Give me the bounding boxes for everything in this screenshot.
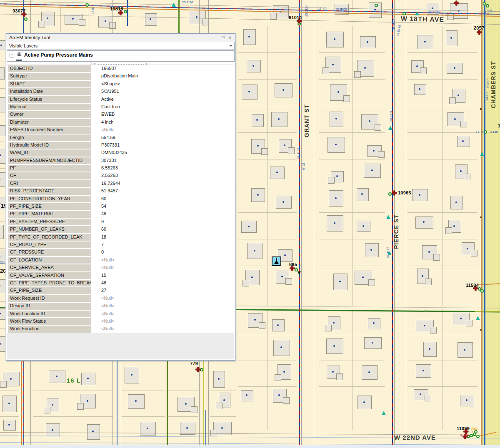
attribute-row[interactable]: Diameter4 inch — [7, 119, 234, 126]
attribute-row[interactable]: CF_PIPE_SIZE27 — [7, 287, 234, 294]
attribute-row[interactable]: Design ID<Null> — [7, 302, 234, 310]
layer-tree-item[interactable]: + Active Pump Pressure Mains — [7, 51, 234, 59]
attribute-row[interactable]: WAM_IDDMN032435 — [7, 149, 234, 157]
valve-marker[interactable] — [470, 434, 473, 437]
attribute-row[interactable]: CF_ROAD_TYPE7 — [7, 241, 234, 249]
attribute-row[interactable]: PF_TYPE_OF_RECORDED_LEAK18 — [7, 234, 234, 241]
attribute-value: 5/3/1951 — [91, 88, 234, 95]
building-dot — [338, 91, 339, 93]
valve-marker[interactable] — [476, 435, 480, 438]
expand-plus-icon[interactable]: + — [10, 53, 14, 57]
hydrant-id-label: 10818 — [110, 6, 123, 11]
attribute-row[interactable]: Work Location ID<Null> — [7, 310, 234, 318]
hydrant-marker[interactable]: ✚ — [195, 367, 201, 372]
valve-marker[interactable] — [486, 4, 489, 7]
valve-marker[interactable] — [375, 4, 378, 7]
attribute-row[interactable]: PF6.55263 — [7, 164, 234, 172]
valve-marker[interactable] — [24, 17, 28, 21]
attribute-value: 60 — [91, 195, 234, 203]
valve-marker[interactable] — [482, 2, 486, 5]
attribute-label: Hydraulic Model ID — [8, 142, 91, 149]
attribute-value: 51.3457 — [91, 187, 234, 195]
attribute-row[interactable]: PF_PIPE_SIZE54 — [7, 203, 234, 210]
attribute-row[interactable]: RISK_PERCENTAGE51.3457 — [7, 187, 234, 195]
attribute-row[interactable]: Work Request ID<Null> — [7, 295, 234, 302]
hydrant-marker[interactable]: ✚ — [392, 190, 397, 196]
fitting-triangle-marker[interactable] — [172, 2, 176, 7]
attribute-row[interactable]: PF_NUMBER_OF_LEAKS60 — [7, 226, 234, 233]
attribute-row[interactable]: Work Function<Null> — [7, 325, 234, 333]
hydrant-id-label: 81014 — [289, 15, 302, 20]
attribute-value: <Null> — [91, 295, 234, 302]
attribute-label: PF_PIPE_MATERIAL — [8, 211, 91, 217]
fitting-triangle-marker[interactable] — [476, 316, 480, 320]
valve-marker[interactable] — [85, 3, 89, 7]
attribute-row[interactable]: Hydraulic Model IDP307331 — [7, 142, 234, 149]
parcel-line — [319, 159, 385, 159]
attribute-value: 16.72644 — [91, 180, 234, 187]
building-dot — [362, 276, 364, 278]
attribute-row[interactable]: Work Flow Status<Null> — [7, 318, 234, 325]
building-dot — [251, 276, 253, 278]
attribute-value: 54 — [91, 203, 234, 210]
building-dot — [185, 403, 187, 405]
attribute-row[interactable]: PF_SYSTEM_PRESSURE9 — [7, 218, 234, 226]
valve-marker[interactable] — [124, 10, 127, 13]
attribute-row[interactable]: SHAPE<Shape> — [7, 80, 234, 88]
hydrant-id-label: 10965 — [398, 190, 411, 195]
attribute-row[interactable]: OwnerEWEB — [7, 111, 234, 118]
attribute-row[interactable]: Lifecycle StatusActive — [7, 96, 234, 103]
building — [0, 125, 5, 137]
attribute-label: SHAPE — [8, 81, 91, 87]
attribute-row[interactable]: PF_PIPE_MATERIAL48 — [7, 210, 234, 218]
fitting-triangle-marker[interactable] — [480, 152, 484, 156]
dialog-title-bar[interactable]: ArcFM Identify Tool □ × — [6, 34, 235, 41]
attribute-row[interactable]: Length554.59 — [7, 134, 234, 142]
parcel-line — [319, 335, 385, 335]
attribute-value: 9 — [91, 218, 234, 226]
fitting-triangle-marker[interactable] — [382, 411, 386, 415]
fitting-triangle-marker[interactable] — [386, 215, 390, 219]
attribute-row[interactable]: PF_CONSTRUCTION_YEAR60 — [7, 195, 234, 203]
building-dot — [105, 20, 106, 22]
pipe-line — [21, 360, 22, 448]
chevron-down-icon[interactable] — [228, 45, 234, 47]
attribute-value: 7 — [91, 241, 234, 249]
attribute-row[interactable]: CRI16.72644 — [7, 180, 234, 187]
close-icon[interactable]: × — [227, 35, 233, 40]
attribute-value: <Null> — [91, 126, 234, 134]
attribute-value: <Null> — [91, 325, 234, 333]
building-dot — [10, 378, 12, 380]
attribute-row[interactable]: EWEB Document Number<Null> — [7, 126, 234, 134]
fitting-triangle-marker[interactable] — [388, 126, 392, 130]
attribute-row[interactable]: MaterialCast Iron — [7, 103, 234, 111]
attribute-row[interactable]: CF_VALVE_SEPARATION15 — [7, 272, 234, 279]
parcel-line — [319, 212, 385, 213]
valve-marker[interactable] — [480, 289, 484, 293]
identify-flag-marker[interactable] — [272, 256, 281, 266]
attribute-row[interactable]: CF_PRESSURE0 — [7, 249, 234, 256]
visible-layers-dropdown[interactable]: Visible Layers — [7, 42, 235, 50]
building-dot — [248, 36, 250, 37]
attribute-row[interactable]: OBJECTID166507 — [7, 65, 234, 72]
fitting-triangle-marker[interactable] — [415, 11, 419, 15]
restore-icon[interactable]: □ — [220, 35, 227, 40]
hydrant-id-label: 2057 — [474, 25, 484, 30]
pipe-annotation: 16.737 — [476, 130, 485, 134]
valve-marker[interactable] — [388, 192, 392, 196]
attribute-row[interactable]: CF_SERVICE_AREA<Null> — [7, 264, 234, 271]
attribute-label: PF_SYSTEM_PRESSURE — [8, 219, 91, 225]
attribute-row[interactable]: Installation Date5/3/1951 — [7, 88, 234, 95]
hydrant-marker[interactable]: ✚ — [454, 0, 459, 6]
attribute-row[interactable]: SubtypepDistribution Main — [7, 72, 234, 80]
attribute-row[interactable]: CF2.55263 — [7, 172, 234, 179]
pipe-annotation: 12" CI — [318, 7, 327, 10]
attribute-row[interactable]: CF_PIPE_TYPES_PRONE_TO_BREAKS48 — [7, 279, 234, 287]
attribute-row[interactable]: PUMPPRESSUREMAINOBJECTID307331 — [7, 157, 234, 164]
street-label: PIERCE ST — [393, 214, 400, 249]
attribute-row[interactable]: CF_LOCATION<Null> — [7, 256, 234, 264]
attribute-value: <Null> — [91, 310, 234, 318]
building-dot — [422, 370, 424, 371]
pipe-annotation: 14.5195 — [396, 25, 402, 36]
valve-marker[interactable] — [295, 268, 298, 271]
